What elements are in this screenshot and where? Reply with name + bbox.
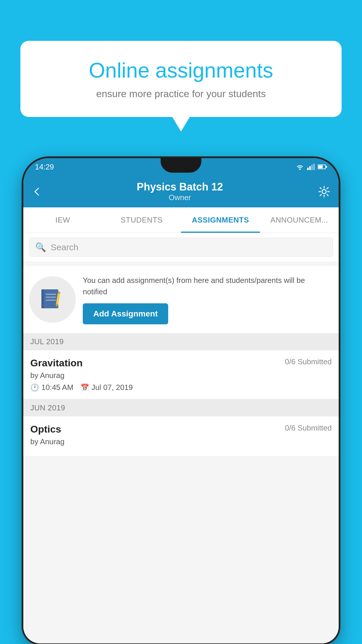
add-assignment-button[interactable]: Add Assignment — [83, 303, 168, 324]
clock-icon: 🕐 — [30, 384, 39, 392]
assignment-row-top-optics: Optics 0/6 Submitted — [30, 424, 332, 435]
svg-rect-3 — [311, 165, 313, 170]
gear-icon[interactable] — [318, 186, 330, 197]
back-arrow-icon[interactable] — [32, 187, 41, 196]
promo-description: You can add assignment(s) from here and … — [83, 275, 330, 298]
status-time: 14:29 — [35, 162, 54, 172]
tabs-bar: IEW STUDENTS ASSIGNMENTS ANNOUNCEM... — [23, 207, 339, 233]
svg-rect-6 — [318, 165, 323, 168]
tab-students[interactable]: STUDENTS — [102, 207, 181, 233]
date-value-gravitation: Jul 07, 2019 — [92, 383, 133, 392]
assignment-submitted-optics: 0/6 Submitted — [285, 424, 332, 433]
assignment-by-optics: by Anurag — [30, 437, 332, 446]
status-icons — [296, 164, 327, 170]
section-jun-2019: JUN 2019 — [23, 399, 339, 416]
phone-frame: 14:29 — [23, 158, 339, 644]
assignment-name-optics: Optics — [30, 424, 61, 435]
notebook-icon — [39, 286, 66, 313]
promo-card: You can add assignment(s) from here and … — [23, 266, 339, 333]
search-bar-container: 🔍 Search — [23, 233, 339, 261]
assignment-submitted-gravitation: 0/6 Submitted — [285, 357, 332, 366]
promo-icon-circle — [29, 276, 76, 323]
header-center: Physics Batch 12 Owner — [41, 181, 318, 202]
search-bar[interactable]: 🔍 Search — [29, 238, 333, 257]
meta-date-gravitation: 📅 Jul 07, 2019 — [80, 383, 133, 392]
tab-iew[interactable]: IEW — [23, 207, 102, 233]
assignment-row-top: Gravitation 0/6 Submitted — [30, 357, 332, 369]
notch — [161, 158, 201, 173]
speech-bubble-title: Online assignments — [41, 58, 321, 82]
speech-bubble-arrow — [172, 117, 190, 132]
assignment-name-gravitation: Gravitation — [30, 357, 82, 369]
svg-rect-1 — [307, 168, 309, 170]
svg-rect-12 — [46, 297, 56, 298]
assignment-item-gravitation[interactable]: Gravitation 0/6 Submitted by Anurag 🕐 10… — [23, 350, 339, 399]
status-bar: 14:29 — [23, 158, 339, 176]
tab-assignments[interactable]: ASSIGNMENTS — [181, 207, 260, 233]
svg-point-0 — [299, 169, 301, 170]
svg-rect-4 — [313, 164, 315, 170]
tab-announcements[interactable]: ANNOUNCEM... — [260, 207, 339, 233]
time-value-gravitation: 10:45 AM — [41, 383, 73, 392]
assignment-meta-gravitation: 🕐 10:45 AM 📅 Jul 07, 2019 — [30, 383, 332, 392]
assignment-item-optics[interactable]: Optics 0/6 Submitted by Anurag — [23, 416, 339, 456]
meta-time-gravitation: 🕐 10:45 AM — [30, 383, 73, 392]
search-icon: 🔍 — [35, 242, 46, 252]
header-title: Physics Batch 12 — [41, 181, 318, 193]
svg-rect-2 — [309, 166, 311, 170]
assignment-by-gravitation: by Anurag — [30, 371, 332, 380]
promo-text-area: You can add assignment(s) from here and … — [83, 275, 330, 324]
header-subtitle: Owner — [41, 193, 318, 202]
content-area: 🔍 Search — [23, 233, 339, 643]
section-jul-2019: JUL 2019 — [23, 333, 339, 350]
svg-rect-9 — [42, 289, 58, 308]
battery-icon — [318, 164, 327, 170]
phone-inner: 14:29 — [23, 158, 339, 643]
svg-rect-13 — [46, 300, 56, 301]
wifi-icon — [296, 164, 304, 170]
svg-point-8 — [322, 190, 326, 194]
speech-bubble: Online assignments ensure more practice … — [20, 41, 342, 117]
speech-bubble-subtitle: ensure more practice for your students — [41, 88, 321, 99]
app-header: Physics Batch 12 Owner — [23, 176, 339, 207]
speech-bubble-container: Online assignments ensure more practice … — [20, 41, 342, 132]
search-placeholder: Search — [51, 242, 78, 252]
svg-rect-10 — [41, 289, 44, 308]
svg-rect-11 — [46, 294, 56, 295]
svg-rect-7 — [326, 166, 327, 168]
signal-icon — [307, 164, 315, 170]
calendar-icon: 📅 — [80, 384, 89, 392]
